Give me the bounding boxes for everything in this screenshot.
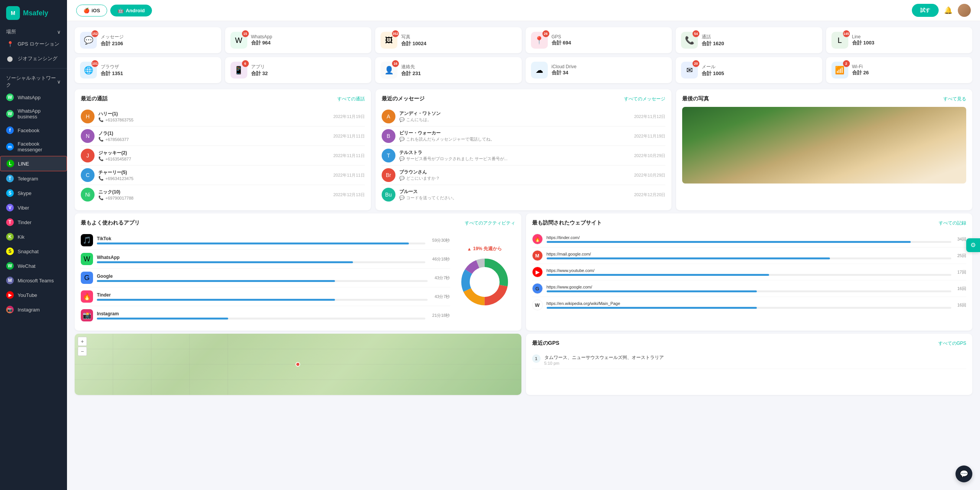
website-item[interactable]: 🔥 https://tinder.com/ 34回 <box>532 231 967 247</box>
stat-icon-photos: 🖼 352 <box>381 32 397 49</box>
app-bar-wrap <box>97 280 428 282</box>
app-item[interactable]: W WhatsApp 46分18秒 <box>81 250 450 269</box>
call-item[interactable]: C チャーリー(5) 📞 +69634123475 2022年11月11日 <box>81 166 365 185</box>
msg-info: アンディ・ワトソン 💬 こんにちは。 <box>399 110 630 123</box>
bell-icon[interactable]: 🔔 <box>944 7 952 14</box>
sidebar-item-instagram[interactable]: 📷 Instagram <box>0 302 67 317</box>
sidebar-item-facebook[interactable]: f Facebook <box>0 123 67 138</box>
stat-card-browser[interactable]: 🌐 101 ブラウザ 合計 1351 <box>75 57 221 83</box>
msg-name: ブラウンさん <box>399 169 630 175</box>
sidebar-item-skype[interactable]: S Skype <box>0 186 67 200</box>
stat-card-calls[interactable]: 📞 54 通話 合計 1620 <box>676 27 822 53</box>
whatsapp-business-icon: W <box>6 110 14 118</box>
call-phone: 📞 +678566377 <box>98 137 330 142</box>
call-item[interactable]: N ノラ(1) 📞 +678566377 2022年11月11日 <box>81 126 365 146</box>
recent-calls-title: 最近の通話 <box>81 95 108 102</box>
sidebar-item-facebook-messenger[interactable]: m Facebook messenger <box>0 138 67 156</box>
app-info-tinder: Tinder <box>97 292 428 301</box>
websites-list: 🔥 https://tinder.com/ 34回 M https://mail… <box>532 231 967 313</box>
websites-link[interactable]: すべての記録 <box>939 220 966 226</box>
sidebar-item-snapchat[interactable]: S Snapchat <box>0 244 67 259</box>
app-item[interactable]: 📸 Instagram 21分18秒 <box>81 306 450 324</box>
sidebar-item-whatsapp[interactable]: W WhatsApp <box>0 90 67 105</box>
stat-card-apps[interactable]: 📱 6 アプリ 合計 32 <box>225 57 372 83</box>
sidebar-item-telegram[interactable]: T Telegram <box>0 171 67 186</box>
stat-card-line[interactable]: L 145 Line 合計 1003 <box>826 27 973 53</box>
website-item[interactable]: W https://en.wikipedia.org/wiki/Main_Pag… <box>532 297 967 313</box>
android-button[interactable]: 🤖 Android <box>110 5 152 16</box>
website-logo: M <box>532 250 543 261</box>
sidebar-item-youtube[interactable]: ▶ YouTube <box>0 288 67 302</box>
sidebar-section-location[interactable]: 場所 ∨ <box>0 25 67 37</box>
stat-card-icloud[interactable]: ☁ iCloud Drive 合計 34 <box>526 57 672 83</box>
sidebar-item-kik[interactable]: K Kik <box>0 229 67 244</box>
gps-item[interactable]: 1 タムワース、ニューサウスウェールズ州、オーストラリア 5:10 pm <box>532 351 967 369</box>
avatar[interactable] <box>958 4 971 17</box>
app-item[interactable]: 🔥 Tinder 43分7秒 <box>81 287 450 306</box>
youtube-icon: ▶ <box>6 291 14 299</box>
sidebar-item-gps[interactable]: 📍 GPS ロケーション <box>0 37 67 51</box>
stat-card-photos[interactable]: 🖼 352 写真 合計 10024 <box>375 27 522 53</box>
message-item[interactable]: Br ブラウンさん 💬 どこにいますか？ 2022年10月29日 <box>382 166 666 185</box>
sidebar-logo: M Msafely <box>0 0 67 25</box>
stat-value-photos: 合計 10024 <box>401 40 426 47</box>
sidebar-item-tinder[interactable]: T Tinder <box>0 215 67 229</box>
recent-calls-link[interactable]: すべての通話 <box>337 96 365 102</box>
website-bar-wrap <box>547 274 951 276</box>
stat-card-email[interactable]: ✉ 20 メール 合計 1005 <box>676 57 822 83</box>
message-item[interactable]: T テルストラ 💬 サービス番号がブロックされました サービス番号が... 20… <box>382 146 666 166</box>
sidebar-item-whatsapp-business[interactable]: W WhatsApp business <box>0 105 67 123</box>
sidebar-item-viber[interactable]: V Viber <box>0 200 67 215</box>
android-icon: 🤖 <box>118 8 124 13</box>
website-item[interactable]: ▶ https://www.youtube.com/ 17回 <box>532 264 967 280</box>
recent-messages-link[interactable]: すべてのメッセージ <box>624 96 665 102</box>
ios-button[interactable]: 🍎 iOS <box>76 5 107 16</box>
msg-date: 2022年10月29日 <box>634 172 665 178</box>
gps-list: 1 タムワース、ニューサウスウェールズ州、オーストラリア 5:10 pm <box>532 351 967 369</box>
app-item[interactable]: G Google 43分7秒 <box>81 269 450 287</box>
calls-list: H ハリー(1) 📞 +61637863755 2022年11月19日 N ノラ… <box>81 107 365 204</box>
app-item[interactable]: 🎵 TikTok 59分30秒 <box>81 231 450 250</box>
gps-panel-link[interactable]: すべてのGPS <box>938 340 966 347</box>
stat-card-contacts[interactable]: 👤 16 連絡先 合計 231 <box>375 57 522 83</box>
last-photo-title: 最後の写真 <box>682 95 709 102</box>
phone-icon: 📞 <box>98 176 104 181</box>
settings-fab[interactable]: ⚙ <box>966 238 980 252</box>
message-item[interactable]: Bu ブルース 💬 コードを送ってください。 2022年12月20日 <box>382 185 666 204</box>
call-item[interactable]: Ni ニック(10) 📞 +69790017788 2022年12月13日 <box>81 185 365 204</box>
stat-value-browser: 合計 1351 <box>101 70 123 77</box>
panels-row: 最近の通話 すべての通話 H ハリー(1) 📞 +61637863755 202… <box>67 86 980 213</box>
sidebar-section-social[interactable]: ソーシャルネットワーク ∨ <box>0 71 67 90</box>
photo-preview[interactable] <box>682 107 966 184</box>
sidebar-item-microsoft-teams[interactable]: M Microsoft Teams <box>0 273 67 288</box>
app-list: 🎵 TikTok 59分30秒 W WhatsApp 46分18秒 G Goog… <box>81 231 450 324</box>
logo-text: Msafely <box>23 9 48 17</box>
stat-value-apps: 合計 32 <box>251 70 268 77</box>
try-button[interactable]: 試す <box>912 4 939 17</box>
stat-card-messages[interactable]: 💬 152 メッセージ 合計 2106 <box>75 27 221 53</box>
website-item[interactable]: G https://www.google.com/ 16回 <box>532 280 967 297</box>
sidebar-item-geofencing[interactable]: ⬤ ジオフェンシング <box>0 51 67 66</box>
message-item[interactable]: A アンディ・ワトソン 💬 こんにちは。 2022年11月12日 <box>382 107 666 126</box>
app-usage-link[interactable]: すべてのアクティビティ <box>465 220 515 226</box>
website-logo: 🔥 <box>532 234 543 244</box>
geofencing-icon: ⬤ <box>6 55 14 62</box>
app-bar <box>97 280 335 282</box>
website-logo: W <box>532 300 543 310</box>
website-bar <box>547 290 757 292</box>
sidebar-item-wechat[interactable]: W WeChat <box>0 259 67 273</box>
website-url: https://www.youtube.com/ <box>547 268 951 273</box>
stat-card-gps[interactable]: 📍 26 GPS 合計 694 <box>526 27 672 53</box>
call-avatar: J <box>81 149 95 162</box>
sidebar-item-line[interactable]: L LINE <box>0 156 67 171</box>
call-item[interactable]: H ハリー(1) 📞 +61637863755 2022年11月19日 <box>81 107 365 126</box>
message-item[interactable]: B ビリー・ウォーカー 💬 これを読んだらメッセンジャーで電話してね。 2022… <box>382 126 666 146</box>
last-photo-link[interactable]: すべて見る <box>943 96 966 102</box>
msg-info: ブルース 💬 コードを送ってください。 <box>399 188 630 201</box>
call-item[interactable]: J ジャッキー(2) 📞 +6163545877 2022年11月11日 <box>81 146 365 166</box>
website-info: https://www.google.com/ <box>547 285 951 292</box>
stat-card-wifi[interactable]: 📶 2 Wi-Fi 合計 26 <box>826 57 973 83</box>
stat-card-whatsapp[interactable]: W 15 WhatsApp 合計 964 <box>225 27 372 53</box>
website-item[interactable]: M https://mail.google.com/ 25回 <box>532 247 967 264</box>
chat-fab[interactable]: 💬 <box>956 465 972 482</box>
